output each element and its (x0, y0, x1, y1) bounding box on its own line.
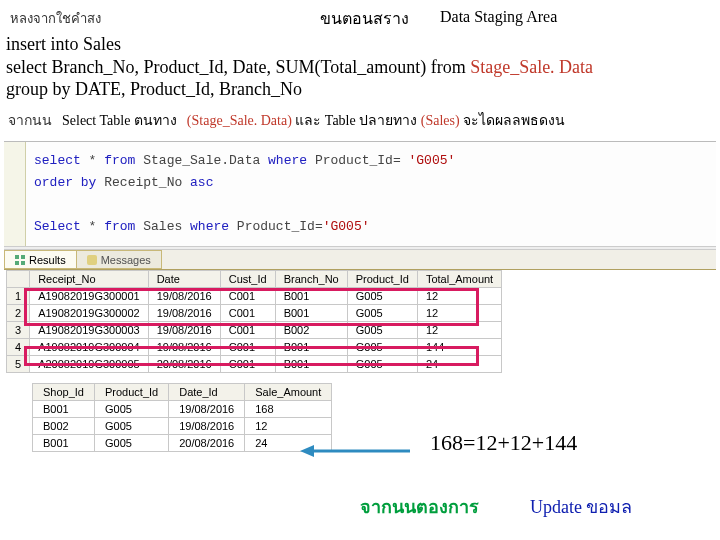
header-mid: ขนตอนสราง (320, 6, 409, 31)
result-tabs: Results Messages (4, 250, 716, 270)
results-table-2: Shop_IdProduct_IdDate_IdSale_Amount B001… (32, 383, 332, 452)
sum-annotation: 168=12+12+144 (430, 430, 577, 456)
explain-label: จากนน (8, 109, 52, 131)
results-table-1: Receipt_NoDateCust_IdBranch_NoProduct_Id… (6, 270, 502, 373)
table-row[interactable]: B001G00520/08/201624 (33, 434, 332, 451)
table-row[interactable]: 2A19082019G30000219/08/2016C001B001G0051… (7, 304, 502, 321)
messages-icon (87, 255, 97, 265)
table-row[interactable]: 5A20082019G30000520/08/2016C001B001G0052… (7, 355, 502, 372)
tab-results[interactable]: Results (4, 250, 77, 269)
sql-line-2: select Branch_No, Product_Id, Date, SUM(… (6, 56, 714, 79)
table-row[interactable]: B001G00519/08/2016168 (33, 400, 332, 417)
table-row[interactable]: 4A19082019G30000419/08/2016C001B001G0051… (7, 338, 502, 355)
ssms-panel: selectselect * from Stage_Sale.Data wher… (4, 141, 716, 452)
arrow-annotation (300, 442, 410, 460)
footer-update: Update ขอมล (530, 492, 632, 521)
header-left: หลงจากใชคำสง (10, 8, 101, 29)
sql-insert-block: insert into Sales select Branch_No, Prod… (0, 31, 720, 105)
tab-messages[interactable]: Messages (76, 250, 162, 269)
table-row[interactable]: 3A19082019G30000319/08/2016C001B002G0051… (7, 321, 502, 338)
explain-select: Select Table ตนทาง (62, 109, 177, 131)
sql-line-1: insert into Sales (6, 33, 714, 56)
table-row[interactable]: B002G00519/08/201612 (33, 417, 332, 434)
table-row[interactable]: 1A19082019G30000119/08/2016C001B001G0051… (7, 287, 502, 304)
footer-next-step: จากนนตองการ (360, 492, 479, 521)
grid-icon (15, 255, 25, 265)
sql-editor[interactable]: selectselect * from Stage_Sale.Data wher… (4, 142, 716, 246)
explain-line: จากนน Select Table ตนทาง (Stage_Sale. Da… (0, 105, 720, 137)
header-right: Data Staging Area (440, 8, 557, 26)
sql-line-3: group by DATE, Product_Id, Branch_No (6, 78, 714, 101)
svg-marker-1 (300, 445, 314, 457)
